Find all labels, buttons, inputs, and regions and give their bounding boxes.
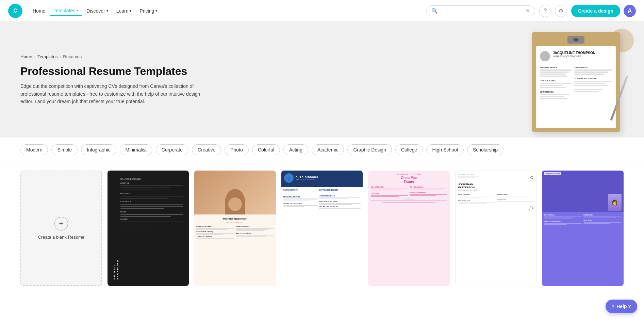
hero-section: Home › Templates › Resumes Professional …	[0, 22, 644, 138]
template-jonathan[interactable]: COMPANY DETAILS < JONATHANPATTERSON WEB …	[455, 171, 537, 286]
page-title: Professional Resume Templates	[20, 65, 211, 78]
filter-simple[interactable]: Simple	[51, 144, 78, 155]
template-chad[interactable]: 👤 CHAD GIBBONS WEB DESIGN STUDENT GET IN…	[281, 171, 363, 286]
filter-photo[interactable]: Photo	[225, 144, 249, 155]
filter-creative[interactable]: Creative	[192, 144, 221, 155]
template-blank[interactable]: + Create a blank Resume	[20, 171, 102, 286]
breadcrumb-sep-1: ›	[34, 54, 36, 59]
search-input[interactable]: resumes	[441, 8, 523, 14]
hero-content: Home › Templates › Resumes Professional …	[0, 54, 231, 106]
search-clear-button[interactable]: ✕	[526, 8, 530, 14]
plus-icon: +	[54, 217, 68, 230]
settings-icon-button[interactable]: ⚙	[555, 5, 567, 17]
search-icon: 🔍	[431, 8, 438, 14]
breadcrumb-sep-2: ›	[60, 54, 61, 59]
search-bar: 🔍 resumes ✕	[426, 5, 535, 16]
hero-description: Edge out the competition with captivatin…	[20, 82, 211, 105]
filter-modern[interactable]: Modern	[20, 144, 48, 155]
filter-corporate[interactable]: Corporate	[156, 144, 188, 155]
template-abigail[interactable]: ABIGAILSTANFORD GRAPHIC DESIGNER ABOUT M…	[108, 171, 189, 286]
navbar: C Home Templates ▾ Discover ▾ Learn ▾ Pr…	[0, 0, 644, 22]
filter-acting[interactable]: Acting	[283, 144, 308, 155]
template-brigitte[interactable]: Brigitte Schwartz 👩 Career History Skill…	[542, 171, 624, 286]
nav-pricing[interactable]: Pricing ▾	[136, 6, 161, 16]
create-design-button[interactable]: Create a design	[571, 5, 620, 17]
canva-logo[interactable]: C	[8, 4, 22, 18]
breadcrumb-home[interactable]: Home	[20, 54, 32, 59]
nav-templates[interactable]: Templates ▾	[50, 6, 82, 16]
nav-learn[interactable]: Learn ▾	[113, 6, 135, 16]
breadcrumb-templates[interactable]: Templates	[37, 54, 57, 59]
filter-college[interactable]: College	[395, 144, 423, 155]
help-icon-button[interactable]: ?	[539, 5, 551, 17]
filter-academic[interactable]: Academic	[312, 144, 344, 155]
blank-card-label: Create a blank Resume	[35, 235, 87, 240]
filter-minimalist[interactable]: Minimalist	[120, 144, 152, 155]
filter-bar: Modern Simple Infographic Minimalist Cor…	[0, 138, 644, 162]
resume-clipboard: JACQUELINE THOMPSON HIGH SCHOOL TEACHER …	[532, 32, 620, 132]
filter-graphic-design[interactable]: Graphic Design	[347, 144, 392, 155]
nav-links: Home Templates ▾ Discover ▾ Learn ▾ Pric…	[29, 6, 426, 16]
template-mariana[interactable]: Mariana Napolitani Fashion Designer Prof…	[194, 171, 276, 286]
filter-infographic[interactable]: Infographic	[81, 144, 116, 155]
filter-colorful[interactable]: Colorful	[252, 144, 280, 155]
breadcrumb-current: Resumes	[63, 54, 82, 59]
breadcrumb: Home › Templates › Resumes	[20, 54, 211, 59]
user-avatar-button[interactable]: A	[624, 5, 636, 17]
nav-discover[interactable]: Discover ▾	[83, 6, 111, 16]
nav-utility-icons: ? ⚙	[539, 5, 567, 17]
template-greta[interactable]: FASHION BLOGGER Greta MaeEvans Career Hi…	[368, 171, 450, 286]
filter-scholarship[interactable]: Scholarship	[467, 144, 503, 155]
filter-high-school[interactable]: High School	[426, 144, 464, 155]
nav-home[interactable]: Home	[29, 6, 49, 16]
hero-illustration: JACQUELINE THOMPSON HIGH SCHOOL TEACHER …	[518, 25, 624, 138]
templates-grid: + Create a blank Resume ABIGAILSTANFORD …	[0, 162, 644, 294]
